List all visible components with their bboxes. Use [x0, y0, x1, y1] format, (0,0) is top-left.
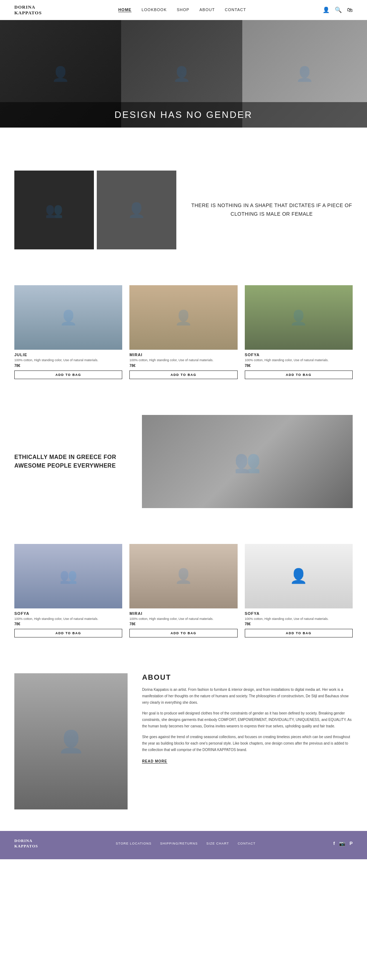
ethics-image: 👥 — [142, 415, 353, 508]
user-icon[interactable]: 👤 — [322, 6, 330, 13]
product-section-1: 👤 JULIE 100% cotton, High standing color… — [0, 271, 367, 393]
product-grid-2: 👥 SOFYA 100% cotton, High standing color… — [14, 544, 353, 638]
about-section: 👤 ABOUT Dorina Kappatos is an artist. Fr… — [0, 652, 367, 831]
site-logo[interactable]: DORINA KAPPATOS — [14, 4, 42, 16]
product-card-mirai-2: 👤 MIRAI 100% cotton, High standing color… — [129, 544, 237, 638]
bag-icon[interactable]: 🛍 — [347, 7, 353, 13]
footer-social: f 📷 P — [333, 841, 353, 846]
product-name-julie: JULIE — [14, 353, 122, 357]
product-desc-sofya-1: 100% cotton, High standing color, Use of… — [245, 358, 353, 363]
nav-home[interactable]: HOME — [118, 8, 131, 12]
read-more-link[interactable]: READ MORE — [142, 759, 167, 764]
nav-lookbook[interactable]: LOOKBOOK — [142, 8, 167, 12]
quote-image-2: 👤 — [97, 170, 176, 250]
product-image-sofya-1: 👤 — [245, 285, 353, 350]
hero-title: DESIGN HAS NO GENDER — [7, 109, 360, 120]
quote-section: 👥 👤 THERE IS NOTHING IN A SHAPE THAT DIC… — [0, 149, 367, 271]
product-desc-julie: 100% cotton, High standing color, Use of… — [14, 358, 122, 363]
product-card-sofya-1: 👤 SOFYA 100% cotton, High standing color… — [245, 285, 353, 379]
search-icon[interactable]: 🔍 — [335, 6, 342, 13]
product-name-mirai-2: MIRAI — [129, 611, 237, 616]
add-to-bag-sofya-2[interactable]: ADD TO BAG — [14, 629, 122, 638]
add-to-bag-mirai-2[interactable]: ADD TO BAG — [129, 629, 237, 638]
add-to-bag-sofya-1[interactable]: ADD TO BAG — [245, 371, 353, 379]
footer-link-size-chart[interactable]: SIZE CHART — [206, 842, 229, 845]
instagram-icon[interactable]: 📷 — [339, 841, 345, 846]
about-content: ABOUT Dorina Kappatos is an artist. From… — [142, 673, 353, 764]
facebook-icon[interactable]: f — [333, 841, 335, 846]
site-header: DORINA KAPPATOS HOME LOOKBOOK SHOP ABOUT… — [0, 0, 367, 20]
product-desc-sofya-2: 100% cotton, High standing color, Use of… — [14, 617, 122, 621]
product-card-sofya-2: 👥 SOFYA 100% cotton, High standing color… — [14, 544, 122, 638]
add-to-bag-julie[interactable]: ADD TO BAG — [14, 371, 122, 379]
product-price-mirai-2: 78€ — [129, 622, 237, 626]
product-card-sofya-3: 👤 SOFYA 100% cotton, High standing color… — [245, 544, 353, 638]
ethics-text: ETHICALLY MADE IN GREECE FOR AWESOME PEO… — [14, 453, 128, 470]
product-price-sofya-1: 78€ — [245, 364, 353, 368]
product-name-sofya-1: SOFYA — [245, 353, 353, 357]
about-image: 👤 — [14, 673, 128, 810]
footer-link-shipping[interactable]: SHIPPING/RETURNS — [160, 842, 198, 845]
product-section-2: 👥 SOFYA 100% cotton, High standing color… — [0, 530, 367, 652]
product-card-mirai-1: 👤 MIRAI 100% cotton, High standing color… — [129, 285, 237, 379]
about-para-2: Her goal is to produce well designed clo… — [142, 710, 353, 730]
footer-logo: DORINA KAPPATOS — [14, 838, 38, 848]
product-grid-1: 👤 JULIE 100% cotton, High standing color… — [14, 285, 353, 379]
hero-overlay: DESIGN HAS NO GENDER — [0, 102, 367, 127]
footer-link-contact[interactable]: CONTACT — [238, 842, 255, 845]
product-image-sofya-2: 👥 — [14, 544, 122, 608]
nav-contact[interactable]: CONTACT — [225, 8, 246, 12]
site-footer: DORINA KAPPATOS STORE LOCATIONS SHIPPING… — [0, 831, 367, 859]
about-para-3: She goes against the trend of creating s… — [142, 734, 353, 753]
product-desc-mirai-1: 100% cotton, High standing color, Use of… — [129, 358, 237, 363]
product-price-sofya-3: 78€ — [245, 622, 353, 626]
footer-links: STORE LOCATIONS SHIPPING/RETURNS SIZE CH… — [116, 842, 255, 845]
product-image-mirai-2: 👤 — [129, 544, 237, 608]
footer-top: DORINA KAPPATOS STORE LOCATIONS SHIPPING… — [14, 838, 353, 852]
product-name-sofya-3: SOFYA — [245, 611, 353, 616]
product-name-mirai-1: MIRAI — [129, 353, 237, 357]
product-desc-mirai-2: 100% cotton, High standing color, Use of… — [129, 617, 237, 621]
quote-image-1: 👥 — [14, 170, 94, 250]
pinterest-icon[interactable]: P — [349, 841, 353, 846]
product-price-julie: 78€ — [14, 364, 122, 368]
product-name-sofya-2: SOFYA — [14, 611, 122, 616]
product-image-julie: 👤 — [14, 285, 122, 350]
add-to-bag-sofya-3[interactable]: ADD TO BAG — [245, 629, 353, 638]
product-image-sofya-3: 👤 — [245, 544, 353, 608]
product-price-sofya-2: 78€ — [14, 622, 122, 626]
footer-link-store-locations[interactable]: STORE LOCATIONS — [116, 842, 152, 845]
main-nav: HOME LOOKBOOK SHOP ABOUT CONTACT — [118, 8, 246, 12]
product-desc-sofya-3: 100% cotton, High standing color, Use of… — [245, 617, 353, 621]
header-icons: 👤 🔍 🛍 — [322, 6, 353, 13]
product-image-mirai-1: 👤 — [129, 285, 237, 350]
quote-text: THERE IS NOTHING IN A SHAPE THAT DICTATE… — [191, 201, 353, 219]
about-para-1: Dorina Kappatos is an artist. From fashi… — [142, 687, 353, 706]
hero-section: 👤 👤 👤 DESIGN HAS NO GENDER — [0, 20, 367, 127]
quote-images: 👥 👤 — [14, 170, 176, 250]
nav-shop[interactable]: SHOP — [177, 8, 189, 12]
product-card-julie: 👤 JULIE 100% cotton, High standing color… — [14, 285, 122, 379]
about-title: ABOUT — [142, 673, 353, 681]
ethics-section: ETHICALLY MADE IN GREECE FOR AWESOME PEO… — [0, 393, 367, 530]
nav-about[interactable]: ABOUT — [199, 8, 215, 12]
product-price-mirai-1: 78€ — [129, 364, 237, 368]
add-to-bag-mirai-1[interactable]: ADD TO BAG — [129, 371, 237, 379]
